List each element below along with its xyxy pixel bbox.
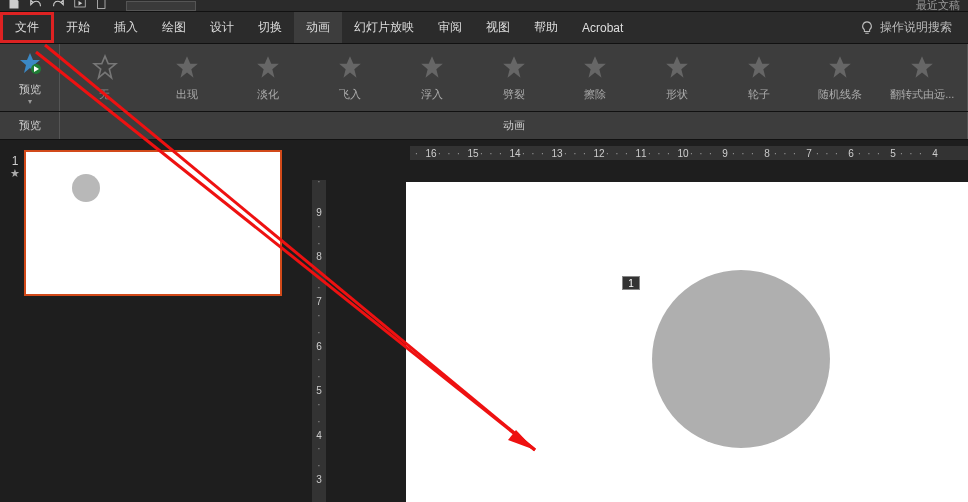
- anim-randombars-label: 随机线条: [818, 87, 862, 102]
- tell-me-search[interactable]: 操作说明搜索: [860, 12, 952, 43]
- tab-slideshow[interactable]: 幻灯片放映: [342, 12, 426, 43]
- quick-access-toolbar: 最近文稿: [0, 0, 968, 12]
- anim-fade[interactable]: 淡化: [227, 44, 309, 111]
- anim-wipe[interactable]: 擦除: [554, 44, 636, 111]
- svg-marker-10: [503, 56, 525, 78]
- star-icon: [827, 54, 853, 83]
- anim-appear-label: 出现: [176, 87, 198, 102]
- anim-none-label: 无: [99, 87, 110, 102]
- slide-thumbnail-1[interactable]: [24, 150, 282, 296]
- animation-indicator-icon: ★: [6, 168, 24, 178]
- anim-floatin[interactable]: 浮入: [391, 44, 473, 111]
- anim-shape[interactable]: 形状: [636, 44, 718, 111]
- tab-home[interactable]: 开始: [54, 12, 102, 43]
- tab-animation[interactable]: 动画: [294, 12, 342, 43]
- tab-file-label: 文件: [15, 19, 39, 36]
- preview-button[interactable]: 预览 ▾: [0, 44, 60, 111]
- star-icon: [582, 54, 608, 83]
- anim-floatin-label: 浮入: [421, 87, 443, 102]
- anim-shape-label: 形状: [666, 87, 688, 102]
- tab-animation-label: 动画: [306, 19, 330, 36]
- svg-marker-14: [830, 56, 852, 78]
- shape-circle[interactable]: [652, 270, 830, 448]
- slide-editor: 16 15 14 13 12 11 10 9 8 7 6 5 4 9 8 7 6…: [304, 140, 968, 502]
- tab-help[interactable]: 帮助: [522, 12, 570, 43]
- anim-grow[interactable]: 翻转式由远...: [881, 44, 963, 111]
- svg-marker-8: [339, 56, 361, 78]
- tab-acrobat[interactable]: Acrobat: [570, 12, 635, 43]
- preview-group-label: 预览: [0, 112, 60, 139]
- anim-none[interactable]: 无: [64, 44, 146, 111]
- ruler-tick: 4: [914, 148, 956, 159]
- tab-view[interactable]: 视图: [474, 12, 522, 43]
- ribbon-group-labels: 预览 动画: [0, 112, 968, 140]
- tab-home-label: 开始: [66, 19, 90, 36]
- tab-review[interactable]: 审阅: [426, 12, 474, 43]
- svg-marker-12: [666, 56, 688, 78]
- star-icon: [337, 54, 363, 83]
- star-icon: [746, 54, 772, 83]
- tab-insert[interactable]: 插入: [102, 12, 150, 43]
- slide-number-text: 1: [6, 154, 24, 168]
- anim-wheel-label: 轮子: [748, 87, 770, 102]
- anim-split[interactable]: 劈裂: [473, 44, 555, 111]
- animation-order-tag[interactable]: 1: [622, 276, 640, 290]
- tab-draw-label: 绘图: [162, 19, 186, 36]
- tab-view-label: 视图: [486, 19, 510, 36]
- animation-gallery[interactable]: 无 出现 淡化 飞入 浮入 劈裂 擦除 形状: [60, 44, 968, 111]
- star-icon: [909, 54, 935, 83]
- ruler-tick: 3: [312, 457, 326, 502]
- anim-appear[interactable]: 出现: [146, 44, 228, 111]
- svg-marker-15: [911, 56, 933, 78]
- anim-split-label: 劈裂: [503, 87, 525, 102]
- thumbnail-shape-circle: [72, 174, 100, 202]
- preview-label: 预览: [19, 82, 41, 97]
- svg-marker-6: [176, 56, 198, 78]
- star-none-icon: [92, 54, 118, 83]
- animation-group-label: 动画: [60, 112, 968, 139]
- lightbulb-icon: [860, 21, 874, 35]
- horizontal-ruler: 16 15 14 13 12 11 10 9 8 7 6 5 4: [410, 146, 968, 160]
- anim-wipe-label: 擦除: [584, 87, 606, 102]
- anim-fade-label: 淡化: [257, 87, 279, 102]
- anim-randombars[interactable]: 随机线条: [800, 44, 882, 111]
- star-icon: [255, 54, 281, 83]
- anim-wheel[interactable]: 轮子: [718, 44, 800, 111]
- menu-bar: 文件 开始 插入 绘图 设计 切换 动画 幻灯片放映 审阅 视图 帮助 Acro…: [0, 12, 968, 44]
- tab-review-label: 审阅: [438, 19, 462, 36]
- dropdown-arrow-icon: ▾: [28, 99, 32, 105]
- tab-transition[interactable]: 切换: [246, 12, 294, 43]
- anim-grow-label: 翻转式由远...: [890, 87, 954, 102]
- star-icon: [664, 54, 690, 83]
- preview-icon: [18, 51, 42, 78]
- tab-transition-label: 切换: [258, 19, 282, 36]
- main-area: 1 ★ 16 15 14 13 12 11 10 9 8 7 6 5 4 9 8…: [0, 140, 968, 502]
- tab-draw[interactable]: 绘图: [150, 12, 198, 43]
- thumbnail-panel: 1 ★: [0, 140, 304, 502]
- slide-canvas[interactable]: 1: [406, 182, 968, 502]
- svg-marker-9: [421, 56, 443, 78]
- tab-insert-label: 插入: [114, 19, 138, 36]
- ribbon: 预览 ▾ 无 出现 淡化 飞入 浮入 劈裂 擦除: [0, 44, 968, 112]
- tab-slideshow-label: 幻灯片放映: [354, 19, 414, 36]
- star-icon: [419, 54, 445, 83]
- svg-rect-1: [98, 0, 106, 9]
- svg-marker-11: [584, 56, 606, 78]
- star-icon: [501, 54, 527, 83]
- star-icon: [174, 54, 200, 83]
- anim-flyin[interactable]: 飞入: [309, 44, 391, 111]
- font-size-combo[interactable]: [126, 1, 196, 11]
- vertical-ruler: 9 8 7 6 5 4 3: [312, 180, 326, 502]
- tab-help-label: 帮助: [534, 19, 558, 36]
- tab-design[interactable]: 设计: [198, 12, 246, 43]
- tell-me-label: 操作说明搜索: [880, 19, 952, 36]
- anim-flyin-label: 飞入: [339, 87, 361, 102]
- svg-marker-13: [748, 56, 770, 78]
- tab-acrobat-label: Acrobat: [582, 21, 623, 35]
- slide-number: 1 ★: [6, 150, 24, 492]
- svg-marker-7: [257, 56, 279, 78]
- tab-file[interactable]: 文件: [0, 12, 54, 43]
- tab-design-label: 设计: [210, 19, 234, 36]
- svg-marker-5: [94, 56, 116, 78]
